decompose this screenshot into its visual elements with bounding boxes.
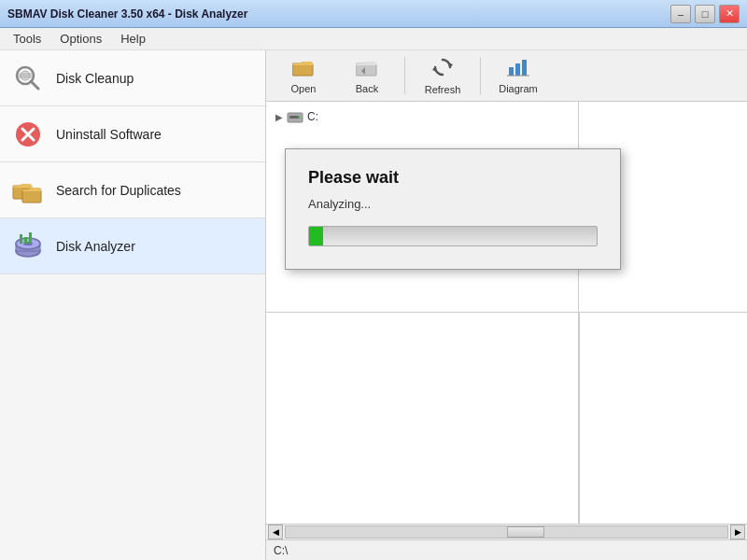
sidebar-item-duplicates[interactable]: Search for Duplicates	[0, 162, 265, 218]
toolbar-divider-2	[480, 57, 481, 94]
sidebar-label-duplicates: Search for Duplicates	[56, 183, 181, 198]
diagram-icon	[507, 58, 529, 81]
svg-rect-22	[515, 63, 520, 76]
toolbar-back-label: Back	[356, 83, 378, 94]
progress-bar-fill	[309, 227, 323, 245]
toolbar-open-label: Open	[291, 83, 317, 94]
toolbar-diagram-button[interactable]: Diagram	[488, 53, 548, 98]
status-path: C:\	[274, 544, 288, 557]
sidebar-label-disk-cleanup: Disk Cleanup	[56, 71, 134, 86]
right-bottom-panel	[579, 313, 747, 524]
content-area: Open Back	[266, 50, 747, 560]
status-bar: C:\	[266, 539, 747, 560]
sidebar: Disk Cleanup Uninstall Software	[0, 50, 266, 560]
svg-rect-3	[18, 73, 33, 78]
menu-tools[interactable]: Tools	[4, 30, 50, 48]
duplicates-icon	[11, 174, 45, 207]
svg-rect-26	[289, 116, 299, 119]
title-bar: SBMAV Disk Cleaner 3.50 x64 - Disk Analy…	[0, 0, 747, 28]
tree-item-c[interactable]: ▶ C:	[272, 107, 572, 126]
scroll-left-button[interactable]: ◀	[268, 525, 283, 539]
sidebar-item-analyzer[interactable]: Disk Analyzer	[0, 218, 265, 274]
scroll-thumb[interactable]	[507, 526, 544, 538]
toolbar-refresh-button[interactable]: Refresh	[413, 53, 472, 98]
horizontal-scrollbar[interactable]: ◀ ▶	[266, 524, 747, 539]
drive-icon	[287, 109, 303, 124]
svg-rect-21	[509, 67, 514, 76]
close-button[interactable]: ✕	[719, 5, 740, 23]
menu-bar: Tools Options Help	[0, 28, 747, 50]
menu-help[interactable]: Help	[111, 30, 155, 48]
analyzer-icon	[11, 230, 45, 263]
back-icon	[356, 58, 378, 81]
toolbar-back-button[interactable]: Back	[337, 53, 397, 98]
svg-rect-15	[29, 232, 32, 244]
disk-cleanup-icon	[11, 62, 45, 95]
tree-arrow-c: ▶	[275, 112, 283, 122]
sidebar-item-disk-cleanup[interactable]: Disk Cleanup	[0, 50, 265, 106]
svg-rect-8	[22, 189, 41, 203]
main-layout: Disk Cleanup Uninstall Software	[0, 50, 747, 560]
bottom-panel	[266, 313, 747, 524]
sidebar-label-uninstall: Uninstall Software	[56, 127, 162, 142]
toolbar-divider-1	[404, 57, 405, 94]
uninstall-icon	[11, 118, 45, 151]
maximize-button[interactable]: □	[695, 5, 715, 23]
menu-options[interactable]: Options	[50, 30, 111, 48]
svg-point-27	[299, 116, 301, 118]
minimize-button[interactable]: –	[670, 5, 691, 23]
svg-rect-14	[24, 237, 27, 244]
wait-title: Please wait	[308, 168, 598, 188]
toolbar-diagram-label: Diagram	[499, 83, 538, 94]
progress-bar-track	[308, 226, 598, 246]
title-text: SBMAV Disk Cleaner 3.50 x64 - Disk Analy…	[7, 7, 247, 21]
sidebar-label-analyzer: Disk Analyzer	[56, 239, 135, 254]
bottom-left-panel	[266, 313, 579, 524]
scroll-right-button[interactable]: ▶	[730, 525, 745, 539]
svg-rect-23	[522, 60, 527, 76]
tree-label-c: C:	[307, 110, 318, 123]
sidebar-item-uninstall[interactable]: Uninstall Software	[0, 106, 265, 162]
panels-area: ▶ C: Please wait Analyzing...	[266, 102, 747, 539]
wait-message: Analyzing...	[308, 197, 598, 211]
wait-dialog: Please wait Analyzing...	[285, 148, 621, 270]
toolbar: Open Back	[266, 50, 747, 102]
toolbar-open-button[interactable]: Open	[274, 53, 333, 98]
svg-rect-13	[20, 234, 22, 244]
svg-line-2	[31, 81, 38, 89]
title-controls: – □ ✕	[670, 5, 740, 23]
refresh-icon	[432, 57, 453, 82]
open-folder-icon	[292, 58, 315, 81]
scroll-track[interactable]	[285, 525, 728, 539]
toolbar-refresh-label: Refresh	[425, 84, 461, 95]
